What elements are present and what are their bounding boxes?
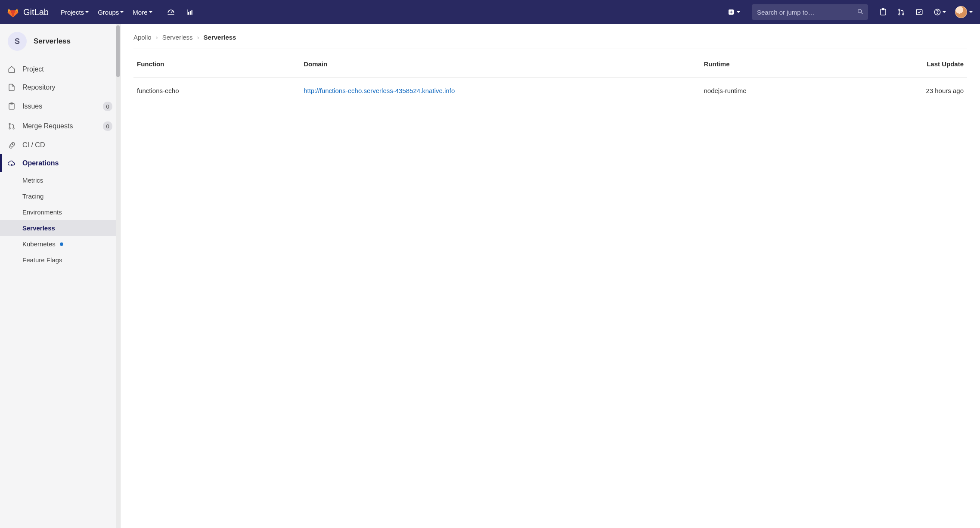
nav-groups[interactable]: Groups xyxy=(98,9,124,16)
chevron-right-icon: › xyxy=(197,34,199,41)
brand[interactable]: GitLab xyxy=(7,6,49,18)
global-search[interactable] xyxy=(752,4,868,20)
sidebar-item-merge-requests[interactable]: Merge Requests 0 xyxy=(0,116,120,136)
svg-point-6 xyxy=(902,14,904,15)
sidebar-sub-environments[interactable]: Environments xyxy=(22,204,120,220)
sidebar-sub-tracing[interactable]: Tracing xyxy=(22,188,120,204)
home-icon xyxy=(8,65,16,73)
sidebar-item-label: Project xyxy=(22,65,44,73)
table-row[interactable]: functions-echo http://functions-echo.ser… xyxy=(133,78,967,104)
main-content: Apollo › Serverless › Serverless Functio… xyxy=(121,24,980,528)
sidebar-sub-feature-flags[interactable]: Feature Flags xyxy=(22,252,120,268)
cell-updated: 23 hours ago xyxy=(850,78,967,104)
cell-domain: http://functions-echo.serverless-4358524… xyxy=(300,78,700,104)
merge-requests-shortcut-icon[interactable] xyxy=(895,6,908,19)
operations-submenu: Metrics Tracing Environments Serverless … xyxy=(0,172,120,268)
status-dot-icon xyxy=(60,242,63,246)
col-domain: Domain xyxy=(300,51,700,78)
project-title: Serverless xyxy=(34,37,71,46)
issues-count-badge: 0 xyxy=(103,102,112,111)
search-icon xyxy=(857,8,864,16)
cell-function: functions-echo xyxy=(133,78,300,104)
svg-point-14 xyxy=(13,128,14,129)
breadcrumb-item[interactable]: Apollo xyxy=(133,34,152,41)
merge-icon xyxy=(8,122,16,130)
svg-point-13 xyxy=(9,128,10,129)
svg-rect-7 xyxy=(916,9,922,15)
file-icon xyxy=(8,84,16,91)
analytics-icon[interactable] xyxy=(183,6,196,19)
svg-point-9 xyxy=(937,13,937,14)
issues-icon xyxy=(8,102,16,110)
create-dropdown[interactable] xyxy=(725,6,743,18)
sidebar-item-cicd[interactable]: CI / CD xyxy=(0,136,120,154)
svg-point-12 xyxy=(9,123,10,124)
sidebar-item-label: CI / CD xyxy=(22,141,45,149)
breadcrumb-current: Serverless xyxy=(204,34,236,41)
cell-runtime: nodejs-runtime xyxy=(700,78,850,104)
svg-point-4 xyxy=(899,9,900,10)
functions-table: Function Domain Runtime Last Update func… xyxy=(133,51,967,104)
col-function: Function xyxy=(133,51,300,78)
sidebar-item-label: Issues xyxy=(22,102,42,110)
svg-point-15 xyxy=(12,144,13,145)
sidebar-sub-kubernetes[interactable]: Kubernetes xyxy=(22,236,120,252)
svg-point-5 xyxy=(899,14,900,15)
project-header[interactable]: S Serverless xyxy=(0,24,120,60)
sidebar-scrollbar[interactable] xyxy=(116,24,120,528)
nav-projects[interactable]: Projects xyxy=(61,9,89,16)
cloud-gear-icon xyxy=(8,159,16,167)
sidebar-sub-metrics[interactable]: Metrics xyxy=(22,172,120,188)
gitlab-logo-icon xyxy=(7,6,19,18)
sidebar-item-label: Operations xyxy=(22,159,59,167)
domain-link[interactable]: http://functions-echo.serverless-4358524… xyxy=(304,87,455,94)
rocket-icon xyxy=(8,141,16,149)
col-updated: Last Update xyxy=(850,51,967,78)
brand-name: GitLab xyxy=(23,7,49,17)
sidebar-item-issues[interactable]: Issues 0 xyxy=(0,96,120,116)
user-menu[interactable] xyxy=(955,6,973,18)
sidebar-item-operations[interactable]: Operations xyxy=(0,154,120,172)
todos-icon[interactable] xyxy=(913,6,926,19)
project-avatar: S xyxy=(8,32,27,51)
sidebar-item-label: Repository xyxy=(22,84,55,91)
col-runtime: Runtime xyxy=(700,51,850,78)
svg-point-16 xyxy=(11,165,12,166)
sidebar-item-project[interactable]: Project xyxy=(0,60,120,78)
sidebar-item-repository[interactable]: Repository xyxy=(0,78,120,96)
global-header: GitLab Projects Groups More xyxy=(0,0,980,24)
avatar xyxy=(955,6,967,18)
search-input[interactable] xyxy=(756,8,857,16)
mr-count-badge: 0 xyxy=(103,121,112,131)
sidebar-sub-serverless[interactable]: Serverless xyxy=(0,220,120,236)
chevron-right-icon: › xyxy=(156,34,158,41)
nav-more[interactable]: More xyxy=(133,9,152,16)
project-sidebar: S Serverless Project Repository Issues 0… xyxy=(0,24,121,528)
help-dropdown[interactable] xyxy=(931,6,949,19)
breadcrumb-item[interactable]: Serverless xyxy=(162,34,193,41)
issues-shortcut-icon[interactable] xyxy=(877,6,890,19)
sidebar-item-label: Merge Requests xyxy=(22,122,73,130)
dashboard-icon[interactable] xyxy=(164,5,178,19)
sidebar-scrollbar-thumb[interactable] xyxy=(116,25,120,77)
svg-point-1 xyxy=(858,9,862,12)
breadcrumb: Apollo › Serverless › Serverless xyxy=(133,34,967,49)
